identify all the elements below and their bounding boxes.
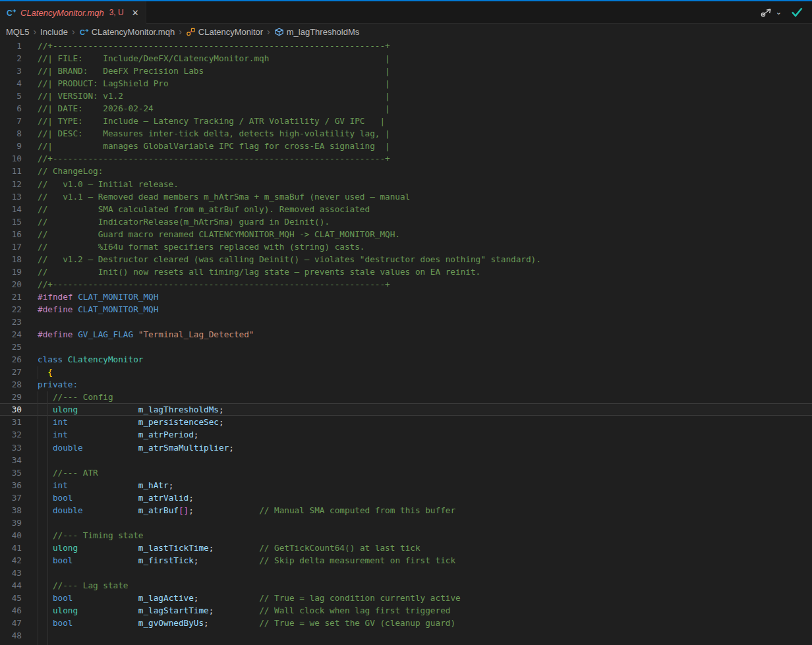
code-text: // ChangeLog: bbox=[22, 165, 103, 177]
code-line[interactable]: 37 bool m_atrValid; bbox=[0, 491, 812, 504]
compile-check-icon[interactable] bbox=[790, 5, 804, 19]
tab-clatencymonitor[interactable]: C CLatencyMonitor.mqh 3, U ✕ bbox=[0, 1, 146, 24]
code-line[interactable]: 36 int m_hAtr; bbox=[0, 479, 812, 491]
line-number: 3 bbox=[0, 65, 22, 77]
code-text: //--- Config bbox=[22, 391, 113, 403]
code-text: double m_atrSmaMultiplier; bbox=[22, 441, 234, 454]
line-number: 9 bbox=[0, 140, 22, 152]
code-text: int m_persistenceSec; bbox=[22, 416, 224, 428]
tab-file-name: CLatencyMonitor.mqh bbox=[20, 8, 104, 18]
line-number: 22 bbox=[0, 303, 22, 316]
breadcrumb-separator: › bbox=[30, 26, 39, 37]
code-line[interactable]: 8//| DESC: Measures inter-tick delta, de… bbox=[0, 127, 812, 140]
line-number: 47 bbox=[0, 617, 22, 629]
code-line[interactable]: 43 bbox=[0, 567, 812, 579]
code-line[interactable]: 39 bbox=[0, 517, 812, 529]
run-or-debug-icon[interactable] bbox=[759, 5, 773, 19]
breadcrumb-item-class[interactable]: CLatencyMonitor bbox=[186, 27, 263, 37]
code-line[interactable]: 34 bbox=[0, 454, 812, 466]
code-line[interactable]: 35 //--- ATR bbox=[0, 466, 812, 479]
code-text: // %I64u format specifiers replaced with… bbox=[22, 240, 365, 253]
line-number: 10 bbox=[0, 152, 22, 165]
code-line[interactable]: 28private: bbox=[0, 378, 812, 391]
code-text: bool m_firstTick; // Skip delta measurem… bbox=[22, 554, 455, 567]
code-line[interactable]: 10//+-----------------------------------… bbox=[0, 152, 812, 165]
code-line[interactable]: 40 //--- Timing state bbox=[0, 529, 812, 542]
code-line[interactable]: 44 //--- Lag state bbox=[0, 579, 812, 592]
breadcrumb-separator: › bbox=[264, 26, 273, 37]
code-line[interactable]: 48 bbox=[0, 629, 812, 642]
mqh-file-icon: C bbox=[6, 7, 16, 18]
line-number: 1 bbox=[0, 40, 22, 52]
code-text bbox=[22, 341, 38, 353]
tab-bar: C CLatencyMonitor.mqh 3, U ✕ ⌄ bbox=[0, 1, 812, 24]
code-line[interactable]: 20//+-----------------------------------… bbox=[0, 278, 812, 291]
code-line[interactable]: 17// %I64u format specifiers replaced wi… bbox=[0, 240, 812, 253]
code-line[interactable]: 11// ChangeLog: bbox=[0, 165, 812, 177]
code-line[interactable]: 2//| FILE: Include/DeeFX/CLatencyMonitor… bbox=[0, 52, 812, 65]
code-line[interactable]: 7//| TYPE: Include — Latency Tracking / … bbox=[0, 115, 812, 127]
line-number: 31 bbox=[0, 416, 22, 428]
code-line[interactable]: 3//| BRAND: DeeFX Precision Labs | bbox=[0, 65, 812, 77]
line-number: 13 bbox=[0, 190, 22, 203]
code-line[interactable]: 13// v1.1 — Removed dead members m_hAtrS… bbox=[0, 190, 812, 203]
code-line[interactable]: 46 ulong m_lagStartTime; // Wall clock w… bbox=[0, 604, 812, 617]
code-line[interactable]: 19// Init() now resets all timing/lag st… bbox=[0, 266, 812, 278]
code-line[interactable]: 24#define GV_LAG_FLAG "Terminal_Lag_Dete… bbox=[0, 328, 812, 341]
code-line[interactable]: 23 bbox=[0, 316, 812, 328]
breadcrumb-item-include[interactable]: Include bbox=[40, 27, 68, 37]
code-line[interactable]: 41 ulong m_lastTickTime; // GetTickCount… bbox=[0, 542, 812, 554]
breadcrumb-item-member[interactable]: m_lagThresholdMs bbox=[274, 27, 360, 37]
code-line[interactable]: 31 int m_persistenceSec; bbox=[0, 416, 812, 428]
code-line[interactable]: 42 bool m_firstTick; // Skip delta measu… bbox=[0, 554, 812, 567]
code-text: //+-------------------------------------… bbox=[22, 152, 390, 165]
code-line[interactable]: 12// v1.0 — Initial release. bbox=[0, 178, 812, 190]
code-text bbox=[22, 517, 38, 529]
line-number: 37 bbox=[0, 491, 22, 504]
line-number: 41 bbox=[0, 542, 22, 554]
code-line[interactable]: 49 ulong bbox=[0, 642, 812, 645]
line-number: 7 bbox=[0, 115, 22, 127]
close-icon[interactable]: ✕ bbox=[132, 9, 139, 17]
code-text: int m_hAtr; bbox=[22, 479, 173, 491]
code-line[interactable]: 9//| manages GlobalVariable IPC flag for… bbox=[0, 140, 812, 152]
code-line[interactable]: 18// v1.2 — Destructor cleared (was call… bbox=[0, 253, 812, 266]
code-line[interactable]: 29 //--- Config bbox=[0, 391, 812, 403]
code-line[interactable]: 27 { bbox=[0, 366, 812, 378]
code-line[interactable]: 38 double m_atrBuf[]; // Manual SMA comp… bbox=[0, 504, 812, 517]
line-number: 42 bbox=[0, 554, 22, 567]
indent-guide bbox=[38, 366, 38, 379]
breadcrumb-separator: › bbox=[69, 26, 78, 37]
code-line[interactable]: 32 int m_atrPeriod; bbox=[0, 428, 812, 441]
line-number: 32 bbox=[0, 428, 22, 441]
code-line[interactable]: 14// SMA calculated from m_atrBuf only).… bbox=[0, 203, 812, 215]
code-line[interactable]: 47 bool m_gvOwnedByUs; // True = we set … bbox=[0, 617, 812, 629]
code-editor[interactable]: 1//+------------------------------------… bbox=[0, 39, 812, 645]
code-text: //+-------------------------------------… bbox=[22, 278, 390, 291]
line-number: 18 bbox=[0, 253, 22, 266]
line-number: 8 bbox=[0, 127, 22, 140]
code-text: //--- ATR bbox=[22, 466, 98, 479]
code-line[interactable]: 21#ifndef CLAT_MONITOR_MQH bbox=[0, 291, 812, 303]
code-text: //| BRAND: DeeFX Precision Labs | bbox=[22, 65, 390, 77]
code-line[interactable]: 22#define CLAT_MONITOR_MQH bbox=[0, 303, 812, 316]
code-line[interactable]: 15// IndicatorRelease(m_hAtrSma) guard i… bbox=[0, 215, 812, 228]
code-line[interactable]: 5//| VERSION: v1.2 | bbox=[0, 90, 812, 102]
code-line[interactable]: 6//| DATE: 2026-02-24 | bbox=[0, 102, 812, 115]
line-number: 12 bbox=[0, 178, 22, 190]
code-line[interactable]: 26class CLatencyMonitor bbox=[0, 353, 812, 366]
breadcrumb-item-mql5[interactable]: MQL5 bbox=[6, 27, 29, 37]
code-line[interactable]: 4//| PRODUCT: LagShield Pro | bbox=[0, 77, 812, 90]
code-line[interactable]: 45 bool m_lagActive; // True = lag condi… bbox=[0, 592, 812, 604]
code-line[interactable]: 25 bbox=[0, 341, 812, 353]
line-number: 44 bbox=[0, 579, 22, 592]
code-text: // v1.2 — Destructor cleared (was callin… bbox=[22, 253, 541, 266]
breadcrumb-separator: › bbox=[176, 26, 185, 37]
code-line[interactable]: 33 double m_atrSmaMultiplier; bbox=[0, 441, 812, 454]
breadcrumb-item-file[interactable]: C CLatencyMonitor.mqh bbox=[79, 27, 175, 37]
code-line[interactable]: 30 ulong m_lagThresholdMs; bbox=[0, 403, 812, 416]
code-text: double m_atrBuf[]; // Manual SMA compute… bbox=[22, 504, 455, 517]
chevron-down-icon[interactable]: ⌄ bbox=[776, 8, 782, 16]
code-line[interactable]: 16// Guard macro renamed CLATENCYMONITOR… bbox=[0, 228, 812, 240]
code-line[interactable]: 1//+------------------------------------… bbox=[0, 40, 812, 52]
